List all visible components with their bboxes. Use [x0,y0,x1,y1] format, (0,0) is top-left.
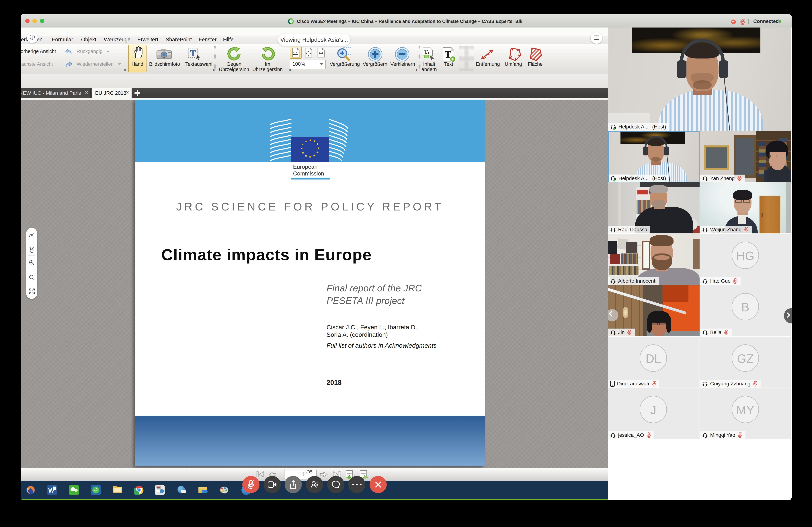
svg-text:★: ★ [313,140,316,143]
svg-text:★: ★ [309,155,311,159]
svg-text:T: T [424,49,428,55]
svg-text:r: r [428,50,430,55]
svg-text:★: ★ [301,151,304,154]
svg-text:★: ★ [309,138,311,142]
svg-text:★: ★ [305,154,307,158]
svg-text:★: ★ [305,140,307,143]
svg-text:★: ★ [300,147,303,150]
svg-text:T: T [190,48,196,58]
svg-text:1:1: 1:1 [293,52,298,55]
svg-text:★: ★ [313,154,316,158]
svg-text:★: ★ [316,151,319,154]
svg-text:★: ★ [301,143,304,146]
svg-text:★: ★ [317,147,320,150]
svg-text:★: ★ [316,143,319,146]
